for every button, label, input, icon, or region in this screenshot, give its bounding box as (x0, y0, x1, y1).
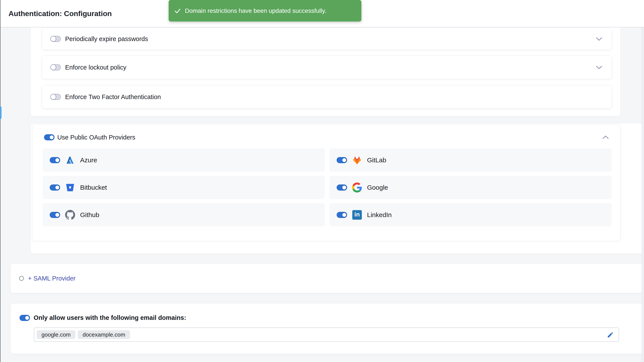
provider-label: Azure (80, 156, 97, 164)
oauth-header: Use Public OAuth Providers (32, 124, 620, 144)
email-domains-input[interactable]: google.com docexample.com (34, 327, 619, 342)
toggle-knob (50, 94, 56, 100)
provider-row-azure: Azure (42, 148, 325, 172)
oauth-section-panel: Use Public OAuth Providers Azure (30, 123, 642, 254)
email-domains-toggle[interactable] (20, 315, 30, 321)
toggle-knob (49, 135, 54, 140)
gitlab-toggle[interactable] (337, 157, 347, 163)
saml-radio[interactable] (19, 276, 24, 281)
setting-label: Enforce lockout policy (65, 64, 126, 71)
scrollbar-track[interactable] (642, 27, 644, 362)
success-toast[interactable]: Domain restrictions have been updated su… (169, 0, 362, 22)
page-title: Authentication: Configuration (8, 0, 112, 27)
password-settings-panel: Periodically expire passwords Enforce lo… (30, 27, 620, 116)
saml-provider-card: + SAML Provider (11, 264, 642, 293)
oauth-master-toggle[interactable] (44, 134, 54, 140)
toggle-knob (342, 185, 347, 190)
provider-row-bitbucket: Bitbucket (42, 176, 325, 199)
oauth-box: Use Public OAuth Providers Azure (32, 124, 620, 241)
bitbucket-icon (65, 183, 75, 193)
provider-row-github: Github (42, 203, 325, 226)
edit-pencil-icon[interactable] (607, 331, 614, 338)
chevron-up-icon[interactable] (602, 135, 609, 139)
expire-passwords-toggle[interactable] (50, 36, 61, 42)
gitlab-icon (352, 155, 362, 165)
provider-label: Bitbucket (80, 184, 107, 191)
email-domains-card: Only allow users with the following emai… (11, 304, 642, 354)
provider-row-linkedin: in LinkedIn (330, 203, 612, 226)
google-toggle[interactable] (337, 185, 347, 191)
toggle-knob (342, 158, 347, 162)
oauth-provider-grid: Azure GitLab (42, 148, 612, 226)
add-saml-provider-link[interactable]: + SAML Provider (28, 275, 76, 282)
setting-row-two-factor[interactable]: Enforce Two Factor Authentication (42, 86, 612, 108)
chevron-down-icon[interactable] (596, 37, 602, 41)
provider-row-gitlab: GitLab (330, 148, 612, 172)
oauth-section-label: Use Public OAuth Providers (57, 134, 135, 141)
toggle-knob (50, 64, 56, 70)
linkedin-toggle[interactable] (337, 212, 347, 218)
lockout-policy-toggle[interactable] (50, 64, 61, 70)
github-toggle[interactable] (50, 212, 60, 218)
toggle-knob (55, 158, 60, 162)
linkedin-icon: in (352, 210, 362, 220)
domain-tag: docexample.com (78, 330, 130, 339)
setting-row-expire-passwords[interactable]: Periodically expire passwords (42, 28, 612, 50)
scroll-position-indicator (0, 106, 2, 119)
toggle-knob (55, 213, 60, 217)
google-icon (352, 183, 362, 193)
github-icon (65, 210, 75, 220)
toast-message: Domain restrictions have been updated su… (185, 8, 326, 14)
setting-label: Enforce Two Factor Authentication (65, 93, 161, 101)
chevron-down-icon[interactable] (596, 65, 602, 69)
two-factor-toggle[interactable] (50, 94, 61, 100)
email-domains-label: Only allow users with the following emai… (34, 314, 186, 321)
toggle-knob (25, 315, 30, 320)
provider-label: Google (367, 184, 388, 191)
check-icon (174, 8, 181, 14)
provider-label: LinkedIn (367, 211, 392, 219)
window-edge (0, 0, 0, 362)
toggle-knob (55, 185, 60, 190)
setting-label: Periodically expire passwords (65, 35, 148, 43)
bitbucket-toggle[interactable] (50, 185, 60, 191)
provider-label: GitLab (367, 156, 386, 164)
azure-icon (65, 155, 75, 165)
provider-row-google: Google (330, 176, 612, 199)
setting-row-lockout-policy[interactable]: Enforce lockout policy (42, 56, 612, 79)
domain-tag: google.com (37, 330, 75, 339)
azure-toggle[interactable] (50, 157, 60, 163)
toggle-knob (50, 36, 56, 42)
toggle-knob (342, 213, 347, 217)
provider-label: Github (80, 211, 99, 219)
